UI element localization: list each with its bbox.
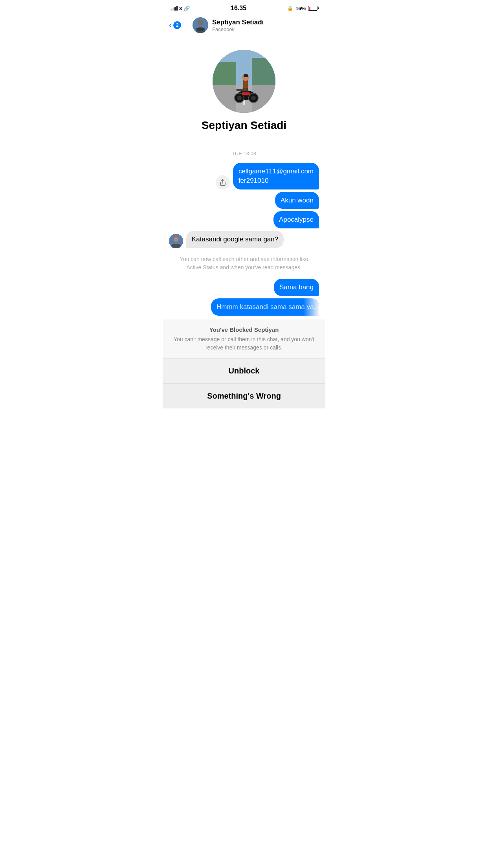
unblock-button[interactable]: Unblock — [163, 358, 325, 383]
status-right: 🔒 16% — [287, 6, 317, 11]
svg-rect-23 — [242, 92, 250, 95]
status-bar: 3 🔗 16.35 🔒 16% — [163, 0, 325, 14]
message-text: cellgame111@gmail.comfer291010 — [238, 167, 314, 184]
message-bubble: Akun wodn — [275, 192, 319, 209]
blocked-section: You've Blocked Septiyan You can't messag… — [163, 320, 325, 358]
messages-container: TUE 13.08 cellgame111@gmail.comfer291010… — [163, 151, 325, 316]
profile-name-large: Septiyan Setiadi — [202, 119, 286, 132]
message-text: Katasandi google sama gan? — [192, 235, 278, 243]
chat-header: ‹ 2 Septiyan Setiadi Facebook — [163, 14, 325, 38]
status-left: 3 🔗 — [171, 6, 190, 11]
svg-rect-21 — [244, 74, 248, 77]
signal-bar-1 — [171, 9, 172, 11]
link-icon: 🔗 — [183, 6, 190, 11]
signal-bar-3 — [174, 7, 176, 11]
message-row: Sama bang — [169, 279, 319, 296]
lock-icon: 🔒 — [287, 6, 293, 11]
message-text: Akun wodn — [281, 197, 314, 204]
blocked-description: You can't message or call them in this c… — [171, 335, 317, 352]
contact-name: Septiyan Setiadi — [212, 18, 319, 26]
something-wrong-button[interactable]: Something's Wrong — [163, 383, 325, 408]
avatar-image — [193, 17, 208, 33]
svg-rect-6 — [213, 62, 236, 85]
share-button[interactable] — [216, 175, 230, 189]
message-bubble: Sama bang — [274, 279, 319, 296]
svg-rect-22 — [236, 89, 248, 91]
message-text: Sama bang — [279, 283, 314, 291]
signal-bar-4 — [176, 6, 178, 11]
received-avatar — [169, 234, 183, 248]
platform-label: Facebook — [212, 26, 319, 32]
message-row: cellgame111@gmail.comfer291010 — [169, 163, 319, 189]
battery-percent: 16% — [295, 6, 306, 11]
signal-bars — [171, 6, 178, 11]
message-bubble: cellgame111@gmail.comfer291010 — [233, 163, 319, 189]
message-text: Apocalypse — [279, 216, 314, 223]
svg-point-26 — [174, 237, 178, 242]
svg-point-16 — [251, 96, 256, 100]
message-row: Katasandi google sama gan? — [169, 231, 319, 248]
blocked-title: You've Blocked Septiyan — [171, 326, 317, 333]
timestamp-label: TUE 13.08 — [169, 151, 319, 156]
battery-icon — [308, 6, 317, 11]
info-message: You can now call each other and see info… — [169, 250, 319, 276]
back-button[interactable]: ‹ 2 — [169, 21, 189, 29]
header-info: Septiyan Setiadi Facebook — [212, 18, 319, 32]
share-icon — [219, 179, 226, 186]
message-text: Hmmm katasandi sama sama ya... — [216, 303, 319, 311]
svg-rect-27 — [171, 244, 181, 248]
svg-point-3 — [196, 27, 204, 31]
signal-bar-2 — [172, 8, 174, 11]
profile-avatar-large[interactable] — [213, 50, 275, 113]
battery-container — [308, 6, 317, 11]
svg-point-14 — [237, 96, 242, 100]
chevron-left-icon: ‹ — [169, 21, 172, 29]
profile-section: Septiyan Setiadi — [163, 38, 325, 147]
back-badge: 2 — [173, 21, 181, 29]
profile-image — [213, 50, 275, 113]
carrier-label: 3 — [179, 6, 182, 11]
time-label: 16.35 — [231, 5, 246, 12]
message-bubble: Apocalypse — [273, 211, 319, 228]
svg-point-1 — [198, 20, 203, 26]
svg-rect-7 — [252, 58, 275, 85]
message-row: Apocalypse — [169, 211, 319, 228]
message-bubble: Katasandi google sama gan? — [186, 231, 284, 248]
message-row: Akun wodn — [169, 192, 319, 209]
bottom-buttons: Unblock Something's Wrong — [163, 358, 325, 408]
battery-fill — [309, 7, 310, 10]
message-row: Hmmm katasandi sama sama ya... — [169, 298, 319, 316]
header-avatar[interactable] — [193, 17, 208, 33]
message-bubble-partial: Hmmm katasandi sama sama ya... — [211, 298, 319, 316]
